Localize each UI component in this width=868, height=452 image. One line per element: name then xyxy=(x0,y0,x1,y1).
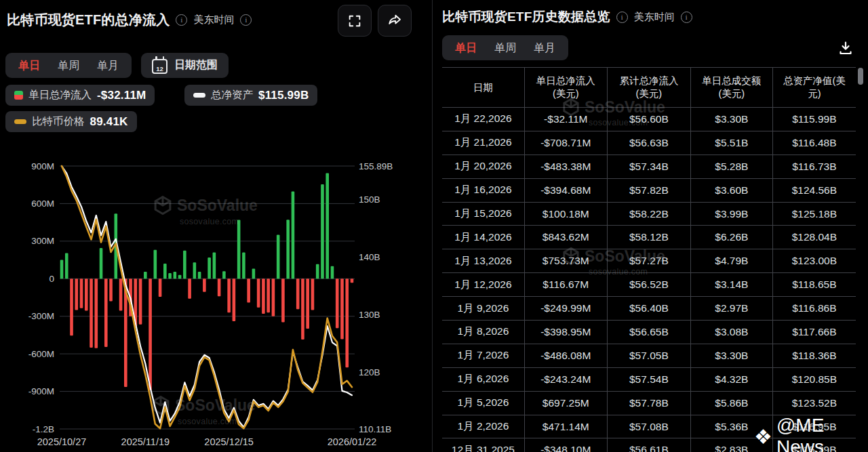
volume-cell: $3.14B xyxy=(690,273,772,296)
flow-cell: -$398.95M xyxy=(524,321,607,344)
left-header: 比特币现货ETF的总净流入 美东时间 xyxy=(7,11,252,29)
flow-cell: $471.14M xyxy=(524,415,607,438)
flow-cell: -$348.10M xyxy=(524,438,607,452)
column-header: 单日总成交额(美元) xyxy=(690,68,772,107)
nav-cell: $116.48B xyxy=(772,131,856,155)
left-panel-title: 比特币现货ETF的总净流入 xyxy=(7,11,170,29)
table-row[interactable]: 1月 15,2026$100.18M$58.22B$3.99B$125.18B xyxy=(442,203,856,226)
nav-cell: $124.56B xyxy=(772,179,856,202)
legend-value: -$32.11M xyxy=(97,89,146,102)
right-header: 比特币现货ETF历史数据总览 美东时间 xyxy=(442,8,692,26)
date-cell: 1月 7,2026 xyxy=(442,344,524,367)
fullscreen-button[interactable] xyxy=(338,5,372,37)
tab-weekly[interactable]: 单周 xyxy=(49,53,88,78)
inflow-chart-panel: 比特币现货ETF的总净流入 美东时间 单日 单周 单月 12 日期范围 单日总净… xyxy=(0,0,433,452)
table-row[interactable]: 1月 20,2026-$483.38M$57.34B$5.28B$116.73B xyxy=(442,155,856,179)
cumulative-cell: $58.12B xyxy=(607,226,690,249)
period-tab-group: 单日 单周 单月 xyxy=(442,35,568,60)
cumulative-cell: $58.22B xyxy=(607,203,690,226)
legend-label: 比特币价格 xyxy=(32,115,85,129)
flow-cell: -$32.11M xyxy=(524,108,607,131)
volume-cell: $5.86B xyxy=(690,392,772,415)
flow-cell: -$486.08M xyxy=(524,344,607,367)
cumulative-cell: $56.60B xyxy=(607,108,690,131)
table-row[interactable]: 1月 7,2026-$486.08M$57.05B$3.30B$118.36B xyxy=(442,344,856,368)
table-scrollbar-thumb[interactable] xyxy=(858,68,863,85)
info-icon[interactable] xyxy=(176,14,187,26)
cumulative-cell: $57.54B xyxy=(607,368,690,391)
tab-monthly[interactable]: 单月 xyxy=(525,35,564,60)
date-range-button[interactable]: 12 日期范围 xyxy=(141,53,229,78)
svg-text:140B: 140B xyxy=(359,252,380,262)
legend-label: 单日总净流入 xyxy=(28,88,92,102)
flow-cell: -$249.99M xyxy=(524,297,607,320)
table-row[interactable]: 1月 12,2026$116.67M$56.52B$3.14B$118.65B xyxy=(442,273,856,297)
nav-cell: $128.04B xyxy=(772,226,856,249)
nav-cell: $118.36B xyxy=(772,344,856,367)
svg-text:-1.2B: -1.2B xyxy=(33,424,54,434)
date-cell: 12月 31,2025 xyxy=(442,438,524,452)
date-cell: 1月 22,2026 xyxy=(442,108,524,131)
svg-text:-900M: -900M xyxy=(28,386,54,396)
column-header: 累计总净流入(美元) xyxy=(607,68,690,107)
table-row[interactable]: 1月 8,2026-$398.95M$56.65B$3.08B$117.66B xyxy=(442,321,856,344)
tab-weekly[interactable]: 单周 xyxy=(486,35,525,60)
date-cell: 1月 9,2026 xyxy=(442,297,524,320)
svg-text:155.89B: 155.89B xyxy=(359,161,393,171)
legend-value: $115.99B xyxy=(258,89,309,102)
nav-cell: $120.85B xyxy=(772,368,856,391)
legend-net-assets[interactable]: 总净资产 $115.99B xyxy=(184,85,317,106)
legend-daily-flow[interactable]: 单日总净流入 -$32.11M xyxy=(5,85,155,106)
flow-cell: -$483.38M xyxy=(524,155,607,178)
cumulative-cell: $56.52B xyxy=(607,273,690,296)
date-cell: 1月 5,2026 xyxy=(442,392,524,415)
table-header: 日期单日总净流入(美元)累计总净流入(美元)单日总成交额(美元)总资产净值(美元… xyxy=(442,68,856,108)
date-cell: 1月 8,2026 xyxy=(442,321,524,344)
table-row[interactable]: 1月 13,2026$753.73M$57.27B$4.79B$123.00B xyxy=(442,249,856,273)
volume-cell: $2.97B xyxy=(690,297,772,320)
tab-daily[interactable]: 单日 xyxy=(9,53,49,78)
tab-daily[interactable]: 单日 xyxy=(446,35,486,60)
volume-cell: $3.30B xyxy=(690,344,772,367)
volume-cell: $5.28B xyxy=(690,155,772,178)
price-line-icon xyxy=(14,119,26,124)
info-icon[interactable] xyxy=(616,12,628,23)
svg-text:-600M: -600M xyxy=(28,349,54,359)
date-cell: 1月 16,2026 xyxy=(442,179,524,202)
date-cell: 1月 2,2026 xyxy=(442,415,524,438)
cumulative-cell: $56.63B xyxy=(607,131,690,155)
flow-swatch-icon xyxy=(14,91,23,100)
download-button[interactable] xyxy=(837,39,854,57)
info-icon[interactable] xyxy=(240,14,252,26)
flow-cell: $697.25M xyxy=(524,392,607,415)
nav-cell: $125.18B xyxy=(772,203,856,226)
nav-cell: $123.00B xyxy=(772,249,856,272)
date-cell: 1月 15,2026 xyxy=(442,203,524,226)
share-button[interactable] xyxy=(378,5,412,37)
timezone-label: 美东时间 xyxy=(634,11,675,24)
table-row[interactable]: 1月 22,2026-$32.11M$56.60B$3.30B$115.99B xyxy=(442,108,856,131)
info-icon[interactable] xyxy=(681,12,692,23)
date-cell: 1月 20,2026 xyxy=(442,155,524,178)
table-row[interactable]: 1月 14,2026$843.62M$58.12B$6.26B$128.04B xyxy=(442,226,856,249)
etf-flow-chart[interactable]: 900M600M300M0-300M-600M-900M-1.2B155.89B… xyxy=(0,156,432,452)
volume-cell: $4.32B xyxy=(690,368,772,391)
table-row[interactable]: 1月 16,2026-$394.68M$57.82B$3.60B$124.56B xyxy=(442,179,856,203)
table-row[interactable]: 1月 9,2026-$249.99M$56.40B$2.97B$116.86B xyxy=(442,297,856,321)
volume-cell: $5.51B xyxy=(690,131,772,155)
svg-text:2025/10/27: 2025/10/27 xyxy=(37,436,87,447)
table-row[interactable]: 1月 6,2026-$243.24M$57.54B$4.32B$120.85B xyxy=(442,368,856,392)
table-row[interactable]: 1月 5,2026$697.25M$57.78B$5.86B$123.52B xyxy=(442,392,856,415)
svg-text:130B: 130B xyxy=(359,310,380,320)
column-header: 总资产净值(美元) xyxy=(772,68,856,107)
tab-monthly[interactable]: 单月 xyxy=(88,53,127,78)
binance-diamond-icon: ❖ xyxy=(754,425,772,449)
legend-value: 89.41K xyxy=(90,115,128,129)
share-icon xyxy=(387,13,403,29)
table-row[interactable]: 1月 21,2026-$708.71M$56.63B$5.51B$116.48B xyxy=(442,131,856,155)
cumulative-cell: $57.82B xyxy=(607,179,690,202)
nav-cell: $116.86B xyxy=(772,297,856,320)
volume-cell: $3.08B xyxy=(690,321,772,344)
legend-btc-price[interactable]: 比特币价格 89.41K xyxy=(5,111,137,132)
svg-text:600M: 600M xyxy=(31,199,54,209)
